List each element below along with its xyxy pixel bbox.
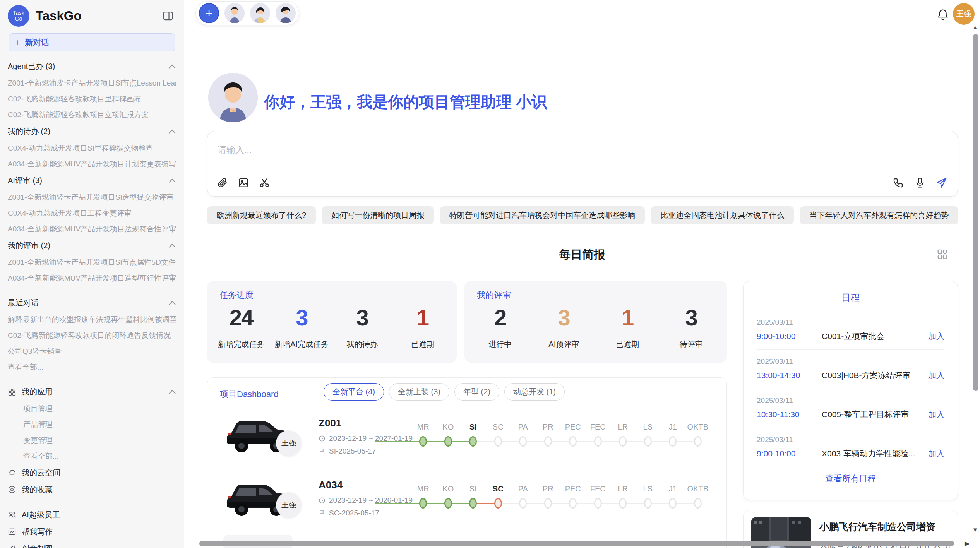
group-header-recent-chats[interactable]: 最近对话: [8, 294, 176, 312]
milestone-dot: [619, 436, 627, 447]
group-title: 最近对话: [8, 298, 39, 308]
sidebar-item[interactable]: C02-飞腾新能源轻客改款项目立项汇报方案: [8, 107, 176, 123]
apps-grid-icon: [8, 388, 16, 396]
group-header-agent-done[interactable]: Agent已办 (3): [8, 58, 176, 75]
attach-paperclip-icon[interactable]: [217, 177, 228, 188]
group-header-my-todo[interactable]: 我的待办 (2): [8, 123, 176, 140]
tab-powertrain[interactable]: 动总开发 (1): [504, 383, 565, 401]
agent-avatar-2[interactable]: [250, 3, 270, 23]
stat-label: 待评审: [660, 339, 723, 349]
phone-call-icon[interactable]: [893, 177, 904, 188]
sidebar-item-favorites[interactable]: 我的收藏: [8, 481, 176, 498]
layout-grid-icon[interactable]: [937, 248, 948, 260]
milestone-dot: [569, 436, 577, 447]
flag-text: SI-2025-05-17: [329, 447, 376, 456]
milestone-label: SI: [469, 422, 477, 432]
add-agent-button[interactable]: +: [199, 3, 219, 23]
apps-view-all[interactable]: 查看全部...: [8, 448, 176, 464]
cloud-icon: [8, 468, 16, 477]
stat-pending-review: 3 待评审: [660, 305, 723, 349]
tab-new-body[interactable]: 全新上装 (3): [389, 383, 449, 401]
project-flag-milestone: SC-2025-05-17: [319, 509, 379, 517]
suggestion-chip[interactable]: 欧洲新规最近颁布了什么?: [207, 206, 316, 224]
join-button[interactable]: 加入: [928, 448, 944, 459]
group-header-my-apps[interactable]: 我的应用: [8, 383, 176, 401]
stat-value: 1: [392, 305, 453, 331]
suggestion-chip[interactable]: 比亚迪全固态电池计划具体说了什么: [651, 206, 794, 224]
suggestion-chip[interactable]: 特朗普可能对进口汽车增税会对中国车企造成哪些影响: [440, 206, 645, 224]
cloud-space-label: 我的云空间: [22, 468, 60, 478]
user-avatar[interactable]: 王强: [953, 3, 975, 25]
assistant-avatar: [208, 73, 258, 122]
stat-label: 进行中: [468, 339, 532, 349]
sidebar-item[interactable]: Z001-全新燃油皮卡产品开发项目SI节点Lesson Learn报告: [8, 75, 176, 91]
sidebar-item[interactable]: Z001-全新燃油轻卡产品开发项目SI节点属性5D文件评审: [8, 254, 176, 270]
milestone-step: J1: [660, 484, 685, 513]
clock-icon: [319, 435, 326, 442]
join-button[interactable]: 加入: [928, 331, 944, 342]
sidebar-item[interactable]: A034-全新新能源MUV产品开发项目计划变更表编写: [8, 156, 176, 172]
suggestion-chip[interactable]: 当下年轻人对汽车外观有怎样的喜好趋势: [800, 206, 958, 224]
sidebar-item[interactable]: C02-飞腾新能源轻客改款项目里程碑画布: [8, 91, 176, 107]
suggestion-chip[interactable]: 如何写一份清晰的项目周报: [322, 206, 434, 224]
recent-chat-item[interactable]: 解释最新出台的欧盟报废车法规再生塑料比例被调至15%...: [8, 312, 176, 327]
scroll-up-arrow[interactable]: ▲: [972, 24, 978, 31]
join-button[interactable]: 加入: [928, 370, 944, 381]
app-item-change-mgmt[interactable]: 变更管理: [8, 432, 176, 448]
stat-ai-pre-review: 3 AI预评审: [532, 305, 596, 349]
group-title: 我的评审 (2): [8, 240, 50, 251]
group-header-ai-review[interactable]: AI评审 (3): [8, 172, 176, 189]
milestone-step: PR: [536, 422, 561, 451]
sidebar-item[interactable]: A034-全新新能源MUV产品开发项目造型可行性评审: [8, 270, 176, 286]
microphone-icon[interactable]: [914, 177, 926, 188]
sidebar-item-ai-employee[interactable]: AI超级员工: [8, 506, 176, 523]
image-icon[interactable]: [238, 177, 249, 188]
recent-view-all[interactable]: 查看全部...: [8, 359, 176, 375]
ai-employee-label: AI超级员工: [22, 510, 60, 520]
view-all-schedule-link[interactable]: 查看所有日程: [744, 473, 958, 485]
send-icon[interactable]: [936, 177, 947, 188]
sidebar-collapse-icon[interactable]: [162, 10, 174, 22]
project-name[interactable]: Z001: [319, 417, 341, 429]
tab-new-platform[interactable]: 全新平台 (4): [324, 383, 384, 401]
sidebar-item-cloud-space[interactable]: 我的云空间: [8, 464, 176, 481]
sidebar-item[interactable]: Z001-全新燃油轻卡产品开发项目SI造型提交物评审: [8, 189, 176, 205]
agent-avatar-3[interactable]: [276, 3, 296, 23]
app-item-project-mgmt[interactable]: 项目管理: [8, 401, 176, 416]
recent-chat-item[interactable]: C02-飞腾新能源轻客改款项目的闭环通告反馈情况: [8, 327, 176, 343]
group-header-my-review[interactable]: 我的评审 (2): [8, 237, 176, 254]
my-review-card: 我的评审 2 进行中 3 AI预评审 1 已逾期 3 待评审: [464, 281, 727, 363]
scroll-right-arrow[interactable]: ▶: [965, 539, 970, 548]
sidebar-item[interactable]: C0X4-动力总成开发项目SI里程碑提交物检查: [8, 140, 176, 156]
schedule-list: 2025/03/11 9:00-10:00 C001-立项审批会 加入 2025…: [744, 311, 958, 467]
app-item-product-mgmt[interactable]: 产品管理: [8, 416, 176, 432]
milestone-dot: [544, 498, 552, 509]
stat-value: 2: [468, 305, 532, 331]
scissors-icon[interactable]: [259, 177, 270, 188]
sidebar-item[interactable]: A034-全新新能源MUV产品开发项目法规符合性评审: [8, 221, 176, 237]
new-chat-button[interactable]: + 新对话: [9, 33, 175, 51]
favorites-label: 我的收藏: [22, 485, 53, 495]
milestone-step: SC: [486, 422, 511, 451]
milestone-dot: [694, 498, 702, 509]
stat-value: 3: [532, 305, 596, 331]
join-button[interactable]: 加入: [928, 409, 944, 420]
sidebar-item[interactable]: C0X4-动力总成开发项目工程变更评审: [8, 205, 176, 221]
notifications-bell-icon[interactable]: [937, 9, 949, 21]
agent-avatar-1[interactable]: [224, 3, 245, 23]
scroll-down-arrow[interactable]: ▼: [972, 526, 978, 533]
event-date: 2025/03/11: [757, 396, 944, 405]
tab-model-year[interactable]: 年型 (2): [454, 383, 499, 401]
chevron-up-icon: [168, 64, 176, 69]
sidebar-item-help-write[interactable]: 帮我写作: [8, 523, 176, 540]
chat-input[interactable]: [218, 142, 798, 158]
group-title: 我的应用: [22, 387, 53, 397]
stat-label: 新增完成任务: [211, 339, 271, 349]
sidebar-item-creative-draw[interactable]: 创意制图: [8, 540, 176, 548]
project-name[interactable]: A034: [319, 479, 343, 491]
horizontal-scrollbar[interactable]: [199, 541, 954, 546]
recent-chat-item[interactable]: 公司Q3轻卡销量: [8, 343, 176, 359]
milestone-label: MR: [417, 422, 429, 432]
milestone-label: J1: [669, 422, 677, 432]
vertical-scrollbar[interactable]: [973, 34, 978, 391]
